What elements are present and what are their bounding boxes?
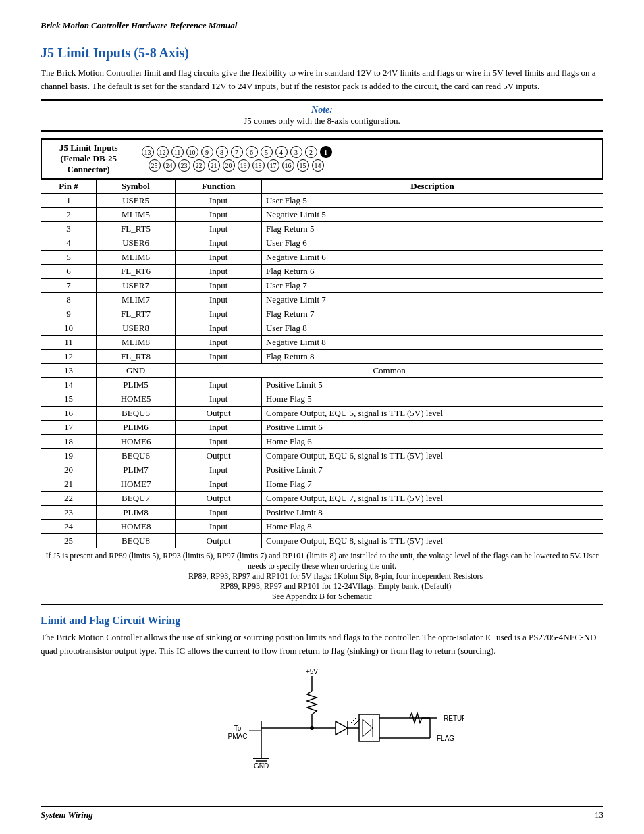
table-cell: FL_RT7 [96,307,175,321]
connector-label-text: J5 Limit Inputs (Female DB-25 Connector) [47,142,130,175]
pin-row-top: 13 12 11 10 9 8 7 6 5 4 3 2 1 [142,146,597,158]
table-cell: Input [176,336,262,350]
table-cell: Negative Limit 7 [261,293,603,307]
pin-15: 15 [297,159,309,172]
table-row: 6FL_RT6InputFlag Return 6 [41,265,603,279]
table-row: 21HOME7InputHome Flag 7 [41,477,603,492]
label-to-pmac: To [234,725,242,732]
table-cell: 3 [41,222,97,236]
pin-8: 8 [216,146,228,158]
col-pin: Pin # [41,180,97,194]
table-row: 19BEQU6OutputCompare Output, EQU 6, sign… [41,449,603,463]
table-cell: 9 [41,307,97,321]
pin-12: 12 [157,146,169,158]
footnote3: RP89, RP93, RP97 and RP101 for 12-24Vfla… [72,581,599,592]
table-cell: 10 [41,321,97,336]
connector-pins-cell: 13 12 11 10 9 8 7 6 5 4 3 2 1 25 24 [136,139,603,178]
table-cell: Compare Output, EQU 6, signal is TTL (5V… [261,449,603,463]
table-cell: HOME7 [96,477,175,492]
table-cell: 23 [41,506,97,520]
pin-18: 18 [252,159,265,172]
table-row: 12FL_RT8InputFlag Return 8 [41,350,603,364]
header-title: Brick Motion Controller Hardware Referen… [41,20,237,31]
table-cell: Input [176,222,262,236]
page-footer: System Wiring 13 [41,806,603,820]
table-row: 7USER7InputUser Flag 7 [41,279,603,293]
circuit-svg: +5V To PMAC GND [180,664,464,799]
pin-23: 23 [178,159,190,172]
table-cell: BEQU7 [96,492,175,506]
table-cell: Compare Output, EQU 5, signal is TTL (5V… [261,407,603,421]
table-row: 25BEQU8OutputCompare Output, EQU 8, sign… [41,534,603,548]
col-function: Function [176,180,262,194]
table-row: 16BEQU5OutputCompare Output, EQU 5, sign… [41,407,603,421]
pin-17: 17 [267,159,279,172]
table-cell: Input [176,477,262,492]
pin-19: 19 [238,159,250,172]
table-cell: Flag Return 8 [261,350,603,364]
table-cell: FL_RT6 [96,265,175,279]
pin-4: 4 [275,146,288,158]
table-cell: 2 [41,208,97,222]
footer-right: 13 [595,810,603,820]
pin-14: 14 [312,159,324,172]
table-row: 18HOME6InputHome Flag 6 [41,435,603,449]
table-cell: MLIM7 [96,293,175,307]
section1-body: The Brick Motion Controller limit and fl… [41,66,603,93]
table-cell: 16 [41,407,97,421]
label-flag: FLAG [437,735,454,742]
note-content: J5 comes only with the 8-axis configurat… [41,115,603,126]
table-cell: 22 [41,492,97,506]
table-cell: FL_RT5 [96,222,175,236]
table-cell: Positive Limit 5 [261,378,603,392]
table-cell: Input [176,435,262,449]
table-cell: Input [176,392,262,407]
table-cell: 14 [41,378,97,392]
connector-outer-table: J5 Limit Inputs (Female DB-25 Connector)… [41,138,603,179]
table-cell: Input [176,265,262,279]
table-cell: Home Flag 5 [261,392,603,407]
table-cell: Output [176,407,262,421]
table-cell: Input [176,293,262,307]
table-cell: BEQU6 [96,449,175,463]
table-cell: Flag Return 5 [261,222,603,236]
table-cell: Input [176,279,262,293]
page-header: Brick Motion Controller Hardware Referen… [41,20,603,34]
pin-5: 5 [261,146,273,158]
table-cell: MLIM6 [96,251,175,265]
section2-title: Limit and Flag Circuit Wiring [41,615,603,627]
table-cell: User Flag 8 [261,321,603,336]
footnote-cell: If J5 is present and RP89 (limits 5), RP… [41,548,603,605]
table-cell: 6 [41,265,97,279]
label-5v: +5V [306,668,318,675]
pin-20: 20 [223,159,235,172]
pin-11: 11 [171,146,184,158]
table-cell: Input [176,251,262,265]
table-cell: 21 [41,477,97,492]
table-cell: Input [176,506,262,520]
note-box: Note: J5 comes only with the 8-axis conf… [41,99,603,132]
table-row: 17PLIM6InputPositive Limit 6 [41,421,603,435]
table-cell: HOME6 [96,435,175,449]
table-cell: Positive Limit 7 [261,463,603,477]
table-cell: Flag Return 6 [261,265,603,279]
table-cell: HOME8 [96,520,175,534]
table-row: 20PLIM7InputPositive Limit 7 [41,463,603,477]
note-title: Note: [41,105,603,115]
table-row: 14PLIM5InputPositive Limit 5 [41,378,603,392]
svg-marker-17 [363,719,373,737]
table-cell: USER7 [96,279,175,293]
pin-2: 2 [305,146,317,158]
pin-7: 7 [231,146,243,158]
connector-label: J5 Limit Inputs (Female DB-25 Connector) [41,139,136,178]
table-cell: PLIM6 [96,421,175,435]
table-row: 8MLIM7InputNegative Limit 7 [41,293,603,307]
table-row: 11MLIM8InputNegative Limit 8 [41,336,603,350]
table-row: 4USER6InputUser Flag 6 [41,236,603,251]
table-cell: Output [176,534,262,548]
table-cell: 17 [41,421,97,435]
col-symbol: Symbol [96,180,175,194]
pin-6: 6 [246,146,258,158]
table-cell: FL_RT8 [96,350,175,364]
table-cell: Input [176,520,262,534]
